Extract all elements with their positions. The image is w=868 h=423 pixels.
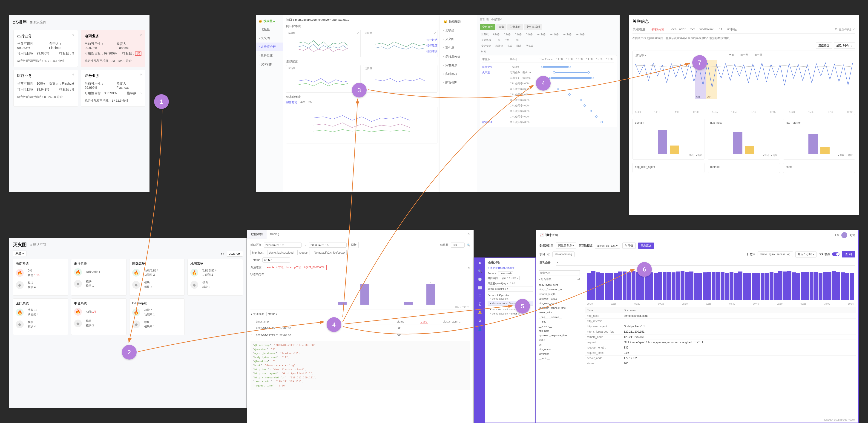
clock-icon[interactable]: 🕐 <box>477 277 482 282</box>
p2-chart-c1[interactable]: 成功率 <box>286 65 361 93</box>
nav-item[interactable]: ▫ 北极星 <box>440 26 477 35</box>
tab-data-detail[interactable]: 数据详情 <box>247 230 267 239</box>
info-icon[interactable]: ⓘ <box>548 253 550 256</box>
field-item[interactable]: upstream_response_time <box>539 333 580 338</box>
business-card[interactable]: ⚙ 医疗业务 当前可用性：100%负责人：Flashcat 可用性目标：99.9… <box>13 70 78 107</box>
doc-row[interactable]: request_time:0.96 <box>585 350 856 356</box>
link-machine[interactable]: 机器维度 <box>426 50 437 53</box>
gantt-row[interactable]: 火车票电商业务 - 需求xxx <box>482 70 614 75</box>
gear-icon[interactable]: ⚙ <box>72 33 74 36</box>
link-topo[interactable]: 拓扑链路 <box>426 38 437 42</box>
th-timestamp[interactable]: timestamp <box>256 320 397 323</box>
list-icon[interactable]: ☰ <box>477 293 482 298</box>
field-item[interactable]: upstream_connect_time <box>539 305 580 310</box>
chart-icon[interactable]: 📊 <box>477 285 482 290</box>
query-input[interactable] <box>556 260 855 265</box>
th-doc[interactable]: Document <box>624 309 854 312</box>
tab[interactable]: 大盘 <box>496 24 506 30</box>
field-item[interactable]: body_bytes_sent <box>539 283 580 287</box>
doc-row[interactable]: remote_addr:129.211.209.151 <box>585 334 856 340</box>
tab[interactable]: 变更事件 <box>480 24 495 30</box>
expand-icon[interactable]: ˅ <box>250 334 256 337</box>
tag-option[interactable]: D业务 <box>524 32 534 37</box>
tab-5xx[interactable]: 5xx <box>308 100 312 105</box>
gantt-row[interactable]: 电商业务一级xxx <box>482 64 614 70</box>
doc-row[interactable]: http_referer: <box>585 319 856 324</box>
gantt-row[interactable]: CPU使用率>60% <box>482 97 614 103</box>
service-select[interactable]: demo-web <box>498 271 513 275</box>
gear-icon[interactable]: ⚙ <box>477 318 482 323</box>
doc-row[interactable]: server_addr:172.17.0.2 <box>585 356 856 361</box>
filter-val-2[interactable]: /demo/api/v1/chibo/speak <box>312 250 347 255</box>
tab[interactable]: xxx <box>690 27 695 33</box>
nav-first-icon[interactable]: « <box>223 252 224 255</box>
field-item[interactable]: __topic__ <box>539 356 580 361</box>
gantt-row[interactable]: CPU使用率>60% <box>482 114 614 119</box>
sql-toggle[interactable] <box>832 253 839 256</box>
field-item[interactable]: __time__ <box>539 319 580 324</box>
nav-item[interactable]: ▫ 集群健康 <box>440 61 477 70</box>
dim-chart[interactable]: method <box>708 163 780 173</box>
tab[interactable]: woshixinxi <box>700 27 714 33</box>
trace-id-link[interactable]: 切换为按TraceID查询>> <box>488 266 533 270</box>
tab[interactable]: 告警事件 <box>507 24 523 30</box>
business-card[interactable]: ⚙ 证券业务 当前可用性：99.999%负责人：Flashcat 可用性目标：9… <box>81 70 145 107</box>
tab[interactable]: 关注维度 <box>632 27 645 33</box>
filter-key-1[interactable]: http_host <box>250 250 265 255</box>
focus-item[interactable]: remote_ip节段 <box>266 265 284 269</box>
th-trace[interactable]: trace <box>420 320 428 323</box>
table-row[interactable]: ›2023-04-21T15:51:57+08:00500 <box>250 325 470 332</box>
tag-option[interactable]: 回滚 <box>515 44 523 48</box>
field-item[interactable]: http_x_forwarded_for <box>539 287 580 292</box>
result-count-input[interactable] <box>451 242 465 248</box>
tag-option[interactable]: 二级 <box>503 38 511 42</box>
bell-icon[interactable]: 🔔 <box>477 310 482 315</box>
focus-item[interactable]: agent_hostname <box>304 265 324 269</box>
add-filter-input[interactable] <box>262 258 290 263</box>
system-card[interactable]: 中台系统 🔥功能 1/4◆模块模块 3 <box>71 298 126 335</box>
doc-row[interactable]: status:200 <box>585 361 856 366</box>
tag-option[interactable]: xxx业务 <box>561 32 573 37</box>
expand-icon[interactable]: › <box>250 327 256 330</box>
system-card[interactable]: 地图系统 🔥功能 功能 4功能阈 2◆模块模块 2 <box>187 259 243 296</box>
lang-toggle[interactable]: EN <box>835 234 839 237</box>
gantt-row[interactable]: CPU使用率>60% <box>482 108 614 114</box>
focus-item[interactable]: local_ip节段 <box>286 265 301 269</box>
tag-option[interactable]: xxx业务 <box>535 32 547 37</box>
gear-icon[interactable]: ⚙ <box>140 33 142 36</box>
search-icon[interactable]: 🔍 <box>477 268 482 273</box>
field-item[interactable]: http_host <box>539 328 580 333</box>
nav-item[interactable]: ▫ 北极星 <box>256 25 283 34</box>
tag-option[interactable]: C业务 <box>513 32 523 37</box>
nav-item[interactable]: ▫ 实时剖析 <box>440 70 477 78</box>
business-card[interactable]: ⚙ 电商业务 当前可用性：99.978%负责人：Flashcat 可用性目标：9… <box>81 30 145 67</box>
field-item[interactable]: __tag__:__source__ <box>539 315 580 319</box>
expand-icon[interactable]: ⤢ <box>434 31 436 35</box>
user-icon[interactable]: 👤 <box>477 326 482 331</box>
dim-chart[interactable]: http_user_agent <box>632 163 705 173</box>
p2-chart-c2[interactable]: 访问量 <box>363 65 437 93</box>
nav-item[interactable]: ▫ 多维度分析 <box>440 52 477 61</box>
doc-row[interactable]: request:GET /demo/api/v1/chuxing/passeng… <box>585 340 856 345</box>
nav-item[interactable]: ▫ 实时剖析 <box>256 60 283 69</box>
filter-val-1[interactable]: demo.flashcat.cloud <box>267 250 295 255</box>
doc-row[interactable]: http_user_agent:Go-http-client/1.1 <box>585 324 856 329</box>
system-card[interactable]: 医疗系统 🔥功能 13 功能阈 4◆模块模块 4 <box>13 298 68 335</box>
ds-select[interactable]: 阿里云SLS ▾ <box>556 242 577 249</box>
p2-status-chart[interactable] <box>286 107 437 143</box>
tag-option[interactable]: xxx业务 <box>574 32 586 37</box>
proj-select[interactable]: sls-api-testing <box>553 252 575 257</box>
date-picker[interactable]: 2023-09- <box>227 251 243 257</box>
p1-space-switcher[interactable]: ⊞ 默认空间 <box>30 20 46 24</box>
close-icon[interactable]: ✕ <box>464 230 473 239</box>
system-card[interactable]: 电商系统 🔥0%功能 1/16◆模块模块 4 <box>13 259 68 296</box>
time-select[interactable]: 最近 12 小时 ▾ <box>500 276 519 280</box>
gear-icon[interactable]: ⚙ <box>72 73 74 76</box>
field-item[interactable]: http_referer <box>539 347 580 352</box>
field-search-input[interactable] <box>539 270 580 275</box>
tab-tracing[interactable]: tracing <box>267 230 283 239</box>
field-item[interactable]: __source__ <box>539 324 580 328</box>
field-item[interactable]: http_user_agent <box>539 301 580 305</box>
nav-item[interactable]: ▫ 灭火图 <box>440 35 477 43</box>
gear-icon[interactable]: ⚙ <box>468 266 470 269</box>
